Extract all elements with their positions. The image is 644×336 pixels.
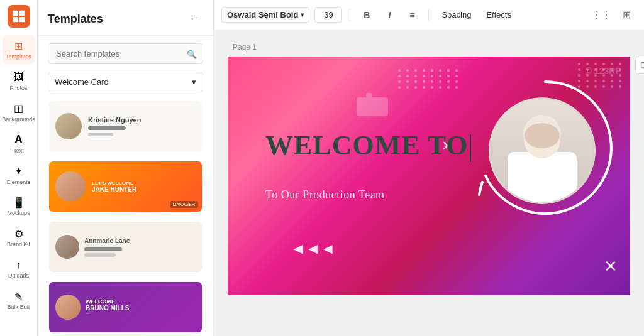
- template-text-lines: Kristine Nguyen: [88, 116, 141, 136]
- template-avatar: [55, 113, 82, 139]
- templates-panel: Templates ← 🔍 Welcome Card ▾ Kristine Ng…: [38, 0, 214, 336]
- text-icon: A: [12, 133, 26, 147]
- align-button[interactable]: ≡: [403, 6, 421, 24]
- sidebar-item-brand-kit-label: Brand Kit: [7, 242, 30, 248]
- font-selector[interactable]: Oswald Semi Bold ▾: [221, 7, 309, 23]
- layers-button[interactable]: ⋮⋮: [591, 5, 611, 25]
- sidebar-item-bulk-edit-label: Bulk Edit: [8, 305, 30, 311]
- sidebar-item-photos[interactable]: 🖼 Photos: [3, 67, 35, 95]
- canvas-subtitle[interactable]: To Our Production Team: [265, 188, 385, 202]
- canvas-area: Page 1: [214, 30, 644, 336]
- sidebar-item-backgrounds-label: Backgrounds: [2, 117, 35, 123]
- backgrounds-icon: ◫: [12, 102, 26, 116]
- grid-button[interactable]: ⊞: [616, 5, 636, 25]
- sidebar-item-uploads[interactable]: ↑ Uploads: [3, 254, 35, 283]
- font-dropdown-icon: ▾: [301, 11, 304, 18]
- welcome-title-text: WELCOME TO: [265, 130, 469, 161]
- profile-image: [489, 97, 596, 204]
- welcome-title[interactable]: WELCOME TO: [265, 132, 471, 162]
- panel-title: Templates: [48, 13, 103, 26]
- main-area: Oswald Semi Bold ▾ 39 B I ≡ Spacing Effe…: [214, 0, 644, 336]
- font-size-input[interactable]: 39: [314, 7, 342, 23]
- sidebar-item-mockups[interactable]: 📱 Mockups: [3, 192, 35, 220]
- sidebar-item-elements[interactable]: ✦ Elements: [3, 161, 35, 190]
- panel-header: Templates ←: [38, 0, 213, 36]
- template-info: Annmarie Lane: [84, 237, 130, 257]
- sidebar-item-bulk-edit[interactable]: ✎ Bulk Edit: [3, 286, 35, 315]
- toolbar-divider-2: [428, 9, 429, 21]
- template-avatar: [55, 171, 86, 202]
- uploads-icon: ↑: [12, 258, 26, 272]
- spacing-button[interactable]: Spacing: [436, 8, 476, 22]
- sidebar-icons-panel: ⊞ Templates 🖼 Photos ◫ Backgrounds A Tex…: [0, 0, 38, 336]
- templates-list: Kristine Nguyen LET'S WELCOME JAKE HUNTE…: [38, 100, 213, 336]
- template-item[interactable]: LET'S WELCOME JAKE HUNTER MANAGER: [48, 160, 203, 213]
- templates-icon: ⊞: [12, 39, 26, 53]
- sidebar-item-uploads-label: Uploads: [8, 273, 29, 279]
- svg-rect-3: [19, 17, 24, 22]
- canvas-design[interactable]: ✕: [228, 57, 630, 295]
- mockups-icon: 📱: [12, 195, 26, 209]
- sidebar-item-backgrounds[interactable]: ◫ Backgrounds: [3, 98, 35, 127]
- category-label: Welcome Card: [55, 77, 109, 87]
- font-name-label: Oswald Semi Bold: [227, 10, 298, 19]
- category-dropdown[interactable]: Welcome Card ▾: [48, 72, 203, 92]
- italic-button[interactable]: I: [380, 6, 398, 24]
- brand-kit-icon: ⚙: [12, 227, 26, 241]
- sidebar-item-mockups-label: Mockups: [7, 210, 30, 217]
- app-logo[interactable]: [8, 5, 30, 28]
- camera-deco-icon: [353, 88, 391, 119]
- sidebar-item-text[interactable]: A Text: [3, 129, 35, 158]
- bold-button[interactable]: B: [358, 6, 375, 24]
- template-item[interactable]: Kristine Nguyen: [48, 100, 203, 153]
- sidebar-item-elements-label: Elements: [7, 180, 31, 186]
- sidebar-item-templates-label: Templates: [6, 54, 31, 60]
- svg-rect-7: [366, 93, 372, 98]
- template-avatar: [55, 235, 79, 259]
- photos-icon: 🖼: [12, 70, 26, 84]
- search-icon: 🔍: [187, 49, 197, 58]
- svg-point-6: [369, 103, 376, 111]
- toolbar-right: ⋮⋮ ⊞: [591, 5, 636, 25]
- template-text: WELCOME BRUNO MILLS ···: [86, 298, 129, 316]
- rewind-deco-icon: ◄◄◄: [291, 240, 335, 257]
- template-text: LET'S WELCOME JAKE HUNTER: [92, 180, 136, 193]
- canvas-wrapper: ✕: [228, 57, 630, 295]
- svg-rect-2: [13, 17, 18, 22]
- template-avatar: [55, 295, 80, 320]
- elements-icon: ✦: [12, 165, 26, 178]
- toolbar: Oswald Semi Bold ▾ 39 B I ≡ Spacing Effe…: [214, 0, 644, 30]
- svg-rect-0: [13, 11, 18, 16]
- search-box: 🔍: [48, 43, 203, 64]
- text-cursor: [470, 134, 471, 162]
- copy-icon: ❐: [641, 61, 645, 70]
- search-input[interactable]: [48, 43, 203, 64]
- sidebar-item-photos-label: Photos: [9, 85, 27, 92]
- sidebar-item-text-label: Text: [13, 148, 24, 154]
- svg-point-8: [382, 99, 386, 102]
- effects-button[interactable]: Effects: [481, 8, 516, 22]
- dots-pattern-left: [398, 69, 460, 89]
- chevron-down-icon: ▾: [192, 77, 196, 87]
- template-item[interactable]: WELCOME BRUNO MILLS ···: [48, 281, 203, 333]
- svg-rect-1: [19, 11, 24, 16]
- page-label: Page 1: [233, 43, 257, 51]
- sidebar-item-brand-kit[interactable]: ⚙ Brand Kit: [3, 223, 35, 252]
- watermark: © 123RF: [586, 66, 621, 76]
- toolbar-divider: [350, 9, 350, 21]
- back-button[interactable]: ←: [186, 10, 203, 28]
- cross-deco-2: ✕: [604, 257, 618, 276]
- page-copy-button[interactable]: ❐: [635, 57, 644, 74]
- bulk-edit-icon: ✎: [12, 290, 26, 303]
- template-item[interactable]: Annmarie Lane: [48, 220, 203, 273]
- sidebar-item-templates[interactable]: ⊞ Templates: [3, 35, 35, 64]
